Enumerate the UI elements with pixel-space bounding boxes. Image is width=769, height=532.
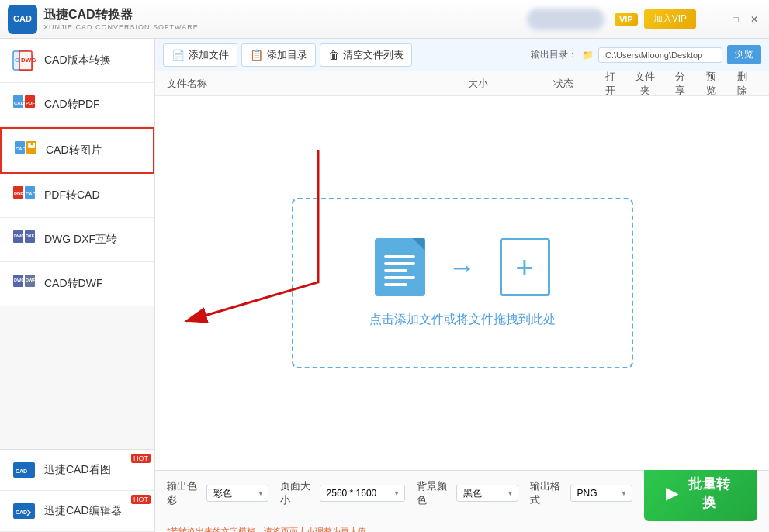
convert-play-icon: ▶ <box>666 484 677 503</box>
color-select[interactable]: 彩色 黑白 灰度 <box>206 485 268 502</box>
sidebar-item-cad-editor[interactable]: CAD 迅捷CAD编辑器 HOT <box>0 491 154 532</box>
color-control: 输出色彩 彩色 黑白 灰度 <box>167 479 268 507</box>
arrow-right-icon: → <box>449 251 476 284</box>
svg-text:CAD: CAD <box>16 468 27 474</box>
page-size-label: 页面大小 <box>280 479 314 507</box>
minimize-button[interactable]: － <box>710 12 724 26</box>
svg-text:PDF: PDF <box>14 192 23 196</box>
sidebar: CAD DWG CAD版本转换 CAD PDF CAD转PDF <box>0 39 155 532</box>
page-size-control: 页面大小 2560 * 1600 1920 * 1080 1280 * 720 <box>280 479 404 507</box>
sidebar-cad-dwf-label: CAD转DWF <box>44 277 102 291</box>
drop-icons: → + <box>375 238 550 296</box>
title-block: 迅捷CAD转换器 XUNJIE CAD CONVERSION SOFTWARE <box>43 7 199 31</box>
svg-text:CAD: CAD <box>16 147 26 151</box>
col-name-header: 文件名称 <box>167 77 431 91</box>
hot-badge-editor: HOT <box>131 495 151 504</box>
format-select[interactable]: PNG JPG BMP TIFF <box>570 485 632 502</box>
bottom-bar: 输出色彩 彩色 黑白 灰度 页面大小 2560 * 1600 <box>155 470 769 532</box>
cad-version-icon: CAD DWG <box>12 48 36 73</box>
app-logo: CAD <box>8 5 37 34</box>
svg-text:DWG: DWG <box>14 233 24 238</box>
svg-text:DXF: DXF <box>26 233 35 238</box>
svg-text:CAD: CAD <box>14 101 25 105</box>
bottom-note: *若转换出来的文字模糊，请将页面大小调整为更大值 <box>167 526 757 532</box>
doc-line-2 <box>384 262 415 265</box>
col-share-header: 分享 <box>672 70 688 98</box>
cad-editor-icon: CAD <box>12 499 36 523</box>
sidebar-spacer <box>0 306 154 449</box>
main-layout: CAD DWG CAD版本转换 CAD PDF CAD转PDF <box>0 39 769 532</box>
doc-line-3 <box>384 269 407 272</box>
convert-button[interactable]: ▶ 批量转换 <box>644 465 758 521</box>
col-open-header: 打开 <box>602 70 618 98</box>
title-right-area: VIP 加入VIP － □ ✕ <box>527 9 761 30</box>
sidebar-cad-viewer-label: 迅捷CAD看图 <box>44 463 111 477</box>
window-controls: － □ ✕ <box>710 12 761 26</box>
svg-text:DWG: DWG <box>21 57 36 64</box>
sidebar-item-cad-pdf[interactable]: CAD PDF CAD转PDF <box>0 83 154 127</box>
color-select-wrapper: 彩色 黑白 灰度 <box>206 485 268 502</box>
vip-badge: VIP <box>615 13 638 26</box>
join-vip-button[interactable]: 加入VIP <box>644 9 696 29</box>
clear-list-label: 清空文件列表 <box>343 48 404 62</box>
table-header: 文件名称 大小 状态 打开 文件夹 分享 预览 删除 <box>155 71 769 96</box>
add-file-label: 添加文件 <box>189 48 229 62</box>
bottom-controls: 输出色彩 彩色 黑白 灰度 页面大小 2560 * 1600 <box>167 465 757 521</box>
add-file-icon: 📄 <box>171 49 185 61</box>
sidebar-cad-pdf-label: CAD转PDF <box>44 98 100 112</box>
format-control: 输出格式 PNG JPG BMP TIFF <box>530 479 632 507</box>
content-area: 📄 添加文件 📋 添加目录 🗑 清空文件列表 输出目录： 📁 C:\Users\… <box>155 39 769 532</box>
format-label: 输出格式 <box>530 479 565 507</box>
sidebar-cad-editor-label: 迅捷CAD编辑器 <box>44 504 122 518</box>
close-button[interactable]: ✕ <box>747 12 761 26</box>
document-icon <box>375 238 425 296</box>
add-file-button[interactable]: 📄 添加文件 <box>163 43 237 67</box>
sidebar-cad-version-label: CAD版本转换 <box>44 54 111 67</box>
color-label: 输出色彩 <box>167 479 202 507</box>
sidebar-item-cad-dwf[interactable]: DWG DWF CAD转DWF <box>0 262 154 306</box>
sidebar-item-cad-version[interactable]: CAD DWG CAD版本转换 <box>0 39 154 83</box>
maximize-button[interactable]: □ <box>729 12 743 26</box>
sidebar-item-dwg-dxf[interactable]: DWG DXF DWG DXF互转 <box>0 218 154 262</box>
add-dir-button[interactable]: 📋 添加目录 <box>241 43 316 67</box>
page-size-select[interactable]: 2560 * 1600 1920 * 1080 1280 * 720 <box>320 485 405 502</box>
convert-label: 批量转换 <box>684 475 736 512</box>
toolbar: 📄 添加文件 📋 添加目录 🗑 清空文件列表 输出目录： 📁 C:\Users\… <box>155 39 769 71</box>
sidebar-cad-image-label: CAD转图片 <box>46 143 102 157</box>
clear-list-button[interactable]: 🗑 清空文件列表 <box>320 43 412 67</box>
app-subtitle: XUNJIE CAD CONVERSION SOFTWARE <box>43 23 199 31</box>
bg-color-select-wrapper: 黑色 白色 透明 <box>456 485 518 502</box>
col-folder-header: 文件夹 <box>633 70 656 98</box>
bg-color-control: 背景颜色 黑色 白色 透明 <box>417 479 518 507</box>
svg-point-13 <box>31 143 33 146</box>
browse-button[interactable]: 浏览 <box>727 45 761 64</box>
bg-color-label: 背景颜色 <box>417 479 452 507</box>
pdf-cad-icon: PDF CAD <box>12 183 36 208</box>
app-title: 迅捷CAD转换器 <box>43 7 199 23</box>
add-dir-icon: 📋 <box>250 49 263 61</box>
svg-text:CAD: CAD <box>16 510 27 515</box>
title-bar: CAD 迅捷CAD转换器 XUNJIE CAD CONVERSION SOFTW… <box>0 0 769 39</box>
drop-zone[interactable]: → + 点击添加文件或将文件拖拽到此处 <box>155 96 769 470</box>
cad-pdf-icon: CAD PDF <box>12 92 36 117</box>
svg-text:PDF: PDF <box>26 101 35 105</box>
svg-text:DWG: DWG <box>14 278 24 282</box>
sidebar-item-cad-viewer[interactable]: CAD 迅捷CAD看图 HOT <box>0 450 154 491</box>
cad-image-icon: CAD <box>13 138 38 163</box>
logo-text: CAD <box>13 15 32 23</box>
hot-badge-viewer: HOT <box>131 454 151 463</box>
user-avatar <box>527 9 604 30</box>
add-dir-label: 添加目录 <box>267 48 307 62</box>
drop-box[interactable]: → + 点击添加文件或将文件拖拽到此处 <box>292 198 633 368</box>
cad-dwf-icon: DWG DWF <box>12 271 36 296</box>
doc-line-5 <box>384 283 407 286</box>
output-path-display: C:\Users\Mloong\Desktop <box>598 47 722 63</box>
sidebar-item-pdf-cad[interactable]: PDF CAD PDF转CAD <box>0 174 154 218</box>
col-status-header: 状态 <box>525 77 602 91</box>
doc-line-4 <box>384 276 415 279</box>
doc-line-1 <box>384 255 415 258</box>
sidebar-pdf-cad-label: PDF转CAD <box>44 188 100 202</box>
bg-color-select[interactable]: 黑色 白色 透明 <box>456 485 518 502</box>
doc-lines <box>384 255 415 286</box>
sidebar-item-cad-image[interactable]: CAD CAD转图片 <box>0 127 154 174</box>
